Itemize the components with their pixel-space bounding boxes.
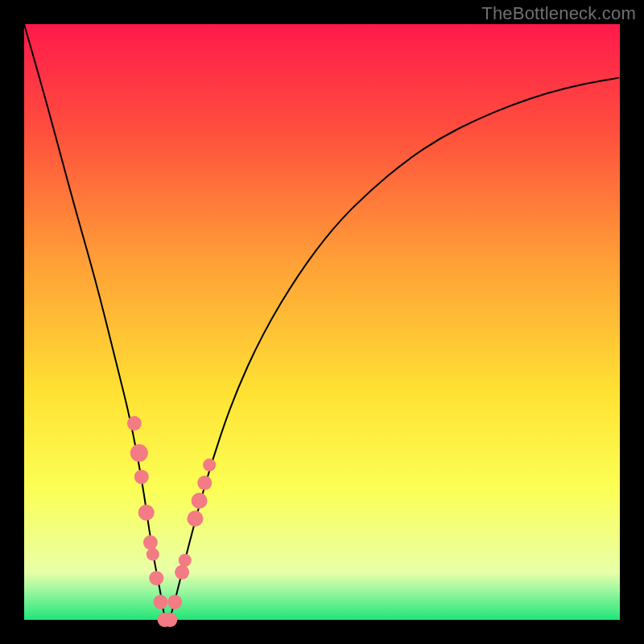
data-dot xyxy=(153,595,167,609)
data-dot xyxy=(197,476,212,490)
data-dot xyxy=(149,571,163,585)
data-dots xyxy=(127,416,216,627)
watermark-text: TheBottleneck.com xyxy=(481,3,636,24)
plot-area xyxy=(24,24,620,620)
data-dot xyxy=(138,505,155,521)
data-dot xyxy=(163,613,177,627)
data-dot xyxy=(175,565,189,580)
data-dot xyxy=(192,493,208,509)
curve-svg xyxy=(24,24,620,620)
data-dot xyxy=(167,595,182,609)
data-dot xyxy=(134,469,149,484)
bottleneck-curve xyxy=(24,24,620,620)
data-dot xyxy=(179,554,192,567)
data-dot xyxy=(127,416,142,431)
data-dot xyxy=(147,548,159,561)
data-dot xyxy=(203,459,216,472)
data-dot xyxy=(143,535,158,550)
data-dot xyxy=(130,444,148,462)
data-dot xyxy=(187,510,203,526)
chart-frame: TheBottleneck.com xyxy=(0,0,644,644)
